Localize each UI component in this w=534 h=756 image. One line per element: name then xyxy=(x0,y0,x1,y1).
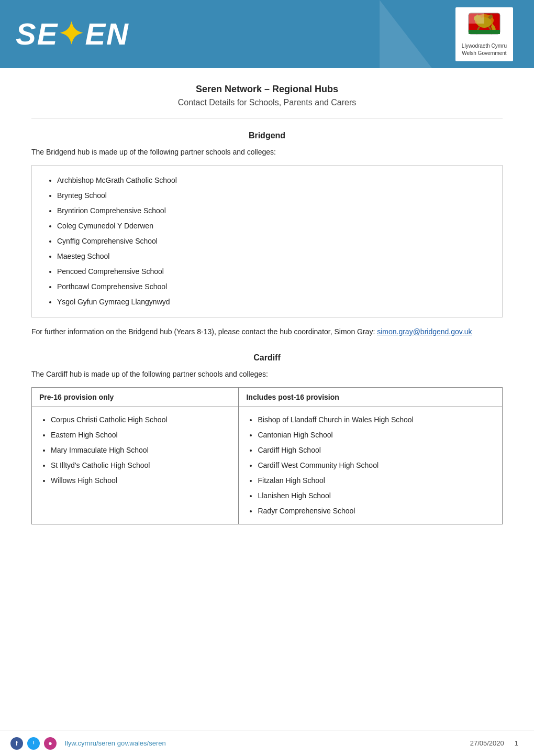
social-icons: f ᵎ ● xyxy=(10,737,57,750)
bridgend-contact-text: For further information on the Bridgend … xyxy=(31,327,377,336)
list-item: Fitzalan High School xyxy=(258,473,495,488)
welsh-gov-text: Llywodraeth Cymru Welsh Government xyxy=(462,42,507,57)
welsh-gov-crest xyxy=(463,12,505,40)
list-item: Coleg Cymunedol Y Dderwen xyxy=(57,218,492,234)
footer-left: f ᵎ ● llyw.cymru/seren gov.wales/seren xyxy=(10,737,166,750)
bridgend-school-list: Archbishop McGrath Catholic School Brynt… xyxy=(31,165,503,317)
footer-website-links: llyw.cymru/seren gov.wales/seren xyxy=(65,739,166,747)
col1-header: Pre-16 provision only xyxy=(32,388,239,407)
cardiff-intro: The Cardiff hub is made up of the follow… xyxy=(31,369,503,380)
page-subtitle: Contact Details for Schools, Parents and… xyxy=(31,98,503,107)
list-item: Ysgol Gyfun Gymraeg Llangynwyd xyxy=(57,294,492,310)
main-content: Seren Network – Regional Hubs Contact De… xyxy=(0,68,534,564)
cardiff-post16-cell: Bishop of Llandaff Church in Wales High … xyxy=(239,407,503,524)
list-item: Radyr Comprehensive School xyxy=(258,503,495,519)
bridgend-heading: Bridgend xyxy=(31,131,503,140)
list-item: Pencoed Comprehensive School xyxy=(57,264,492,279)
table-row: Corpus Christi Catholic High School East… xyxy=(32,407,503,524)
list-item: Bishop of Llandaff Church in Wales High … xyxy=(258,412,495,428)
cardiff-pre16-list: Corpus Christi Catholic High School East… xyxy=(39,412,231,488)
list-item: Mary Immaculate High School xyxy=(51,443,231,458)
seren-logo: SE✦EN xyxy=(16,19,129,49)
bridgend-contact-email[interactable]: simon.gray@bridgend.gov.uk xyxy=(377,327,472,336)
footer-right: 27/05/2020 1 xyxy=(470,739,518,747)
twitter-icon[interactable]: ᵎ xyxy=(27,737,40,750)
footer-date: 27/05/2020 xyxy=(470,739,504,747)
list-item: Cynffig Comprehensive School xyxy=(57,234,492,249)
list-item: St Illtyd's Catholic High School xyxy=(51,458,231,473)
col2-header: Includes post-16 provision xyxy=(239,388,503,407)
table-header-row: Pre-16 provision only Includes post-16 p… xyxy=(32,388,503,407)
facebook-icon[interactable]: f xyxy=(10,737,23,750)
welsh-government-logo-block: Llywodraeth Cymru Welsh Government xyxy=(455,7,513,61)
list-item: Cantonian High School xyxy=(258,428,495,443)
cardiff-post16-list: Bishop of Llandaff Church in Wales High … xyxy=(246,412,495,519)
instagram-icon[interactable]: ● xyxy=(44,737,57,750)
footer-page-number: 1 xyxy=(515,739,518,747)
bridgend-contact: For further information on the Bridgend … xyxy=(31,326,503,337)
seren-logo-text: SE✦EN xyxy=(16,19,129,49)
welsh-gov-crest-svg xyxy=(466,12,503,39)
cardiff-schools-table: Pre-16 provision only Includes post-16 p… xyxy=(31,387,503,524)
cardiff-pre16-cell: Corpus Christi Catholic High School East… xyxy=(32,407,239,524)
list-item: Maesteg School xyxy=(57,249,492,264)
list-item: Brynteg School xyxy=(57,188,492,203)
list-item: Porthcawl Comprehensive School xyxy=(57,279,492,294)
list-item: Archbishop McGrath Catholic School xyxy=(57,173,492,188)
seren-star: ✦ xyxy=(58,17,85,51)
svg-rect-7 xyxy=(469,13,484,24)
list-item: Cardiff West Community High School xyxy=(258,458,495,473)
header-decorative-shape xyxy=(338,0,432,68)
footer: f ᵎ ● llyw.cymru/seren gov.wales/seren 2… xyxy=(0,730,534,756)
title-section: Seren Network – Regional Hubs Contact De… xyxy=(31,84,503,107)
header: SE✦EN xyxy=(0,0,534,68)
bridgend-schools-ul: Archbishop McGrath Catholic School Brynt… xyxy=(42,173,492,310)
page-title: Seren Network – Regional Hubs xyxy=(31,84,503,95)
svg-rect-6 xyxy=(469,30,500,34)
list-item: Corpus Christi Catholic High School xyxy=(51,412,231,428)
bridgend-intro: The Bridgend hub is made up of the follo… xyxy=(31,147,503,158)
list-item: Cardiff High School xyxy=(258,443,495,458)
list-item: Eastern High School xyxy=(51,428,231,443)
list-item: Llanishen High School xyxy=(258,488,495,503)
list-item: Willows High School xyxy=(51,473,231,488)
list-item: Bryntirion Comprehensive School xyxy=(57,203,492,218)
cardiff-heading: Cardiff xyxy=(31,353,503,363)
title-divider xyxy=(31,118,503,118)
